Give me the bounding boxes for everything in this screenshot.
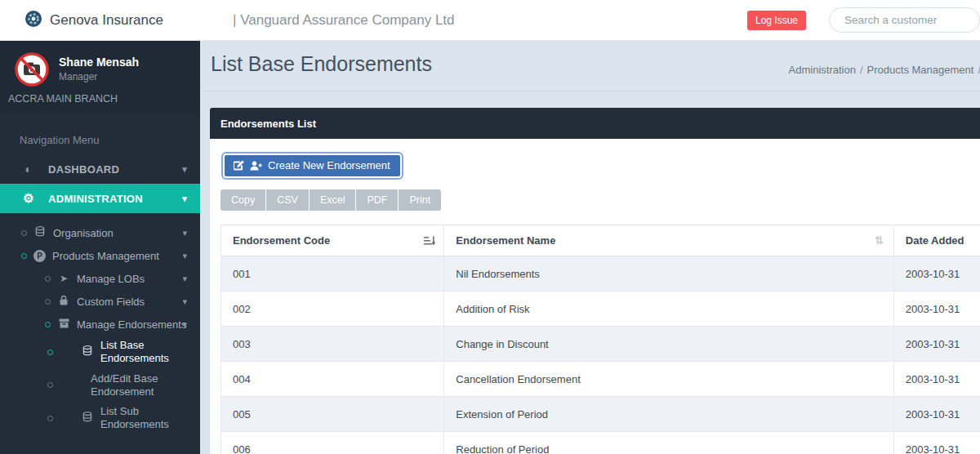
topbar-right: Log Issue: [747, 7, 980, 33]
bullet-icon: [47, 416, 53, 421]
navigation-menu-label: Navigation Menu: [0, 114, 200, 154]
table-row[interactable]: 005 Extension of Period 2003-10-31: [221, 397, 980, 432]
bullet-icon: [47, 382, 53, 388]
no-photo-avatar-icon: [15, 52, 49, 90]
bullet-icon: [45, 276, 51, 282]
sidebar-item-organisation[interactable]: Organisation ▾: [0, 221, 200, 244]
bullet-icon: [45, 299, 51, 305]
brand-name: Genova Insurance: [50, 12, 163, 29]
stack-icon: [81, 345, 94, 358]
edit-icon: [233, 160, 244, 171]
sidebar-item-manage-endorsements[interactable]: Manage Endorsements ▾: [0, 313, 200, 336]
location-arrow-icon: ➤: [57, 273, 70, 284]
chevron-down-icon: ▾: [182, 194, 187, 204]
column-header-date-added[interactable]: Date Added: [893, 225, 980, 256]
gear-icon: ⚙: [22, 191, 35, 206]
panel-title: Endorsements List: [210, 108, 980, 139]
copy-button[interactable]: Copy: [220, 189, 265, 211]
chevron-down-icon: ▾: [182, 274, 187, 284]
log-issue-button[interactable]: Log Issue: [747, 11, 806, 30]
pdf-button[interactable]: PDF: [356, 189, 398, 211]
lock-icon: [57, 295, 70, 308]
company-name: | Vanguard Assurance Company Ltd: [233, 12, 455, 29]
stack-icon: [81, 412, 94, 425]
sidebar-item-add-edit-base-endorsement[interactable]: Add/Edit Base Endorsement: [0, 369, 200, 403]
brand-logo-icon: [24, 10, 42, 31]
bullet-icon: [47, 349, 53, 355]
create-new-endorsement-button[interactable]: Create New Endorsement: [223, 154, 402, 178]
user-branch: ACCRA MAIN BRANCH: [8, 93, 192, 105]
bullet-icon: [45, 322, 51, 327]
bullet-icon: [21, 230, 27, 236]
endorsements-panel: Endorsements List Crea: [210, 108, 980, 454]
excel-button[interactable]: Excel: [310, 189, 356, 211]
sort-both-icon[interactable]: ⇅: [875, 234, 884, 247]
chevron-down-icon: ▾: [182, 251, 187, 261]
page-title: List Base Endorsements: [211, 52, 432, 76]
sidebar-item-products-management[interactable]: P Products Management ▾: [0, 244, 200, 267]
user-card: Shane Mensah Manager ACCRA MAIN BRANCH: [0, 41, 200, 114]
table-row[interactable]: 006 Reduction of Period 2003-10-31: [221, 432, 980, 454]
brand[interactable]: Genova Insurance: [0, 10, 200, 31]
user-plus-icon: [250, 161, 262, 171]
table-row[interactable]: 002 Addition of Risk 2003-10-31: [221, 292, 980, 327]
breadcrumb-products-management[interactable]: Products Management: [867, 64, 974, 76]
sidebar-item-custom-fields[interactable]: Custom Fields ▾: [0, 290, 200, 313]
table-row[interactable]: 003 Change in Discount 2003-10-31: [221, 327, 980, 362]
chevron-down-icon: ▾: [182, 296, 187, 307]
dashboard-icon: ◐: [22, 162, 35, 176]
bullet-icon: [21, 253, 27, 259]
chevron-down-icon: ▾: [182, 228, 187, 238]
sort-ascending-icon[interactable]: [424, 235, 435, 249]
sidebar-item-dashboard[interactable]: ◐ DASHBOARD ▾: [0, 154, 200, 184]
print-button[interactable]: Print: [399, 189, 441, 211]
chevron-down-icon: ▾: [182, 164, 187, 175]
customer-search-input[interactable]: [829, 7, 980, 33]
sidebar: Shane Mensah Manager ACCRA MAIN BRANCH N…: [0, 41, 200, 454]
products-icon: P: [33, 250, 46, 262]
column-header-endorsement-name[interactable]: Endorsement Name ⇅: [444, 225, 894, 256]
user-role: Manager: [59, 71, 139, 82]
organisation-icon: [33, 226, 47, 239]
chevron-down-icon: ▾: [182, 319, 187, 330]
topbar: Genova Insurance | Vanguard Assurance Co…: [0, 0, 980, 41]
table-row[interactable]: 001 Nil Endorsements 2003-10-31: [221, 256, 980, 292]
breadcrumb: Administration/Products Management/: [789, 52, 980, 76]
export-button-group: Copy CSV Excel PDF Print: [220, 189, 980, 211]
archive-icon: [57, 318, 70, 331]
user-name: Shane Mensah: [59, 56, 139, 69]
csv-button[interactable]: CSV: [266, 189, 309, 211]
column-header-endorsement-code[interactable]: Endorsement Code: [221, 225, 444, 256]
main-content: List Base Endorsements Administration/Pr…: [200, 41, 980, 454]
sidebar-item-administration[interactable]: ⚙ ADMINISTRATION ▾: [0, 184, 200, 213]
endorsements-table: Endorsement Code: [220, 225, 980, 454]
sidebar-item-manage-lobs[interactable]: ➤ Manage LOBs ▾: [0, 267, 200, 290]
breadcrumb-administration[interactable]: Administration: [789, 64, 856, 76]
sidebar-item-list-base-endorsements[interactable]: List Base Endorsements: [0, 336, 200, 369]
sidebar-item-list-sub-endorsements[interactable]: List Sub Endorsements: [0, 402, 200, 435]
table-row[interactable]: 004 Cancellation Endorsement 2003-10-31: [221, 362, 980, 397]
